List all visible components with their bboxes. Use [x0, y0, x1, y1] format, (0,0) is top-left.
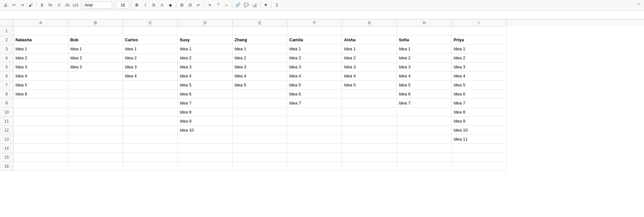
- cell-r15-cG[interactable]: [342, 153, 397, 162]
- cell-r8-cH[interactable]: Idea 6: [397, 90, 452, 99]
- cell-r13-cG[interactable]: [342, 135, 397, 144]
- cell-r2-cB[interactable]: Bob: [68, 35, 123, 44]
- cell-r12-cG[interactable]: [342, 126, 397, 135]
- cell-r16-cC[interactable]: [123, 162, 178, 171]
- cell-r14-cB[interactable]: [68, 144, 123, 153]
- cell-r1-cH[interactable]: [397, 26, 452, 35]
- cell-r5-cA[interactable]: Idea 3: [14, 63, 68, 72]
- cell-r8-cF[interactable]: Idea 6: [287, 90, 342, 99]
- strikethrough-button[interactable]: S: [150, 2, 157, 9]
- cell-r16-cH[interactable]: [397, 162, 452, 171]
- row-number-14[interactable]: 14: [0, 144, 14, 153]
- currency-button[interactable]: $: [38, 2, 45, 9]
- col-header-e[interactable]: E: [233, 19, 287, 26]
- cell-r10-cF[interactable]: [287, 108, 342, 117]
- redo-button[interactable]: ↪: [19, 2, 26, 9]
- cell-r5-cD[interactable]: Idea 3: [178, 63, 233, 72]
- cell-r5-cG[interactable]: Idea 3: [342, 63, 397, 72]
- decimal00-button[interactable]: .00: [63, 2, 71, 9]
- col-header-b[interactable]: B: [68, 19, 123, 26]
- cell-r14-cC[interactable]: [123, 144, 178, 153]
- cell-r7-cF[interactable]: Idea 5: [287, 81, 342, 90]
- cell-r13-cB[interactable]: [68, 135, 123, 144]
- cell-r1-cA[interactable]: [14, 26, 68, 35]
- cell-r12-cI[interactable]: Idea 10: [452, 126, 506, 135]
- cell-r14-cI[interactable]: [452, 144, 506, 153]
- cell-r3-cF[interactable]: Idea 1: [287, 44, 342, 54]
- cell-r15-cF[interactable]: [287, 153, 342, 162]
- fill-color-button[interactable]: ◆: [167, 2, 174, 9]
- cell-r7-cB[interactable]: [68, 81, 123, 90]
- row-number-6[interactable]: 6: [0, 72, 14, 81]
- cell-r3-cH[interactable]: Idea 1: [397, 44, 452, 54]
- cell-r13-cC[interactable]: [123, 135, 178, 144]
- row-number-1[interactable]: 1: [0, 26, 14, 35]
- cell-r9-cI[interactable]: Idea 7: [452, 99, 506, 108]
- cell-r4-cC[interactable]: Idea 2: [123, 54, 178, 63]
- comment-button[interactable]: 💬: [243, 2, 250, 9]
- cell-r9-cH[interactable]: Idea 7: [397, 99, 452, 108]
- cell-r13-cI[interactable]: Idea 11: [452, 135, 506, 144]
- cell-r2-cC[interactable]: Carlos: [123, 35, 178, 44]
- cell-r11-cC[interactable]: [123, 117, 178, 126]
- cell-r6-cD[interactable]: Idea 4: [178, 72, 233, 81]
- cell-r11-cI[interactable]: Idea 9: [452, 117, 506, 126]
- cell-r11-cD[interactable]: Idea 9: [178, 117, 233, 126]
- percent-button[interactable]: %: [47, 2, 54, 9]
- cell-r3-cA[interactable]: Idea 1: [14, 44, 68, 54]
- cell-r3-cI[interactable]: Idea 1: [452, 44, 506, 54]
- cell-r8-cB[interactable]: [68, 90, 123, 99]
- cell-r9-cC[interactable]: [123, 99, 178, 108]
- cell-r14-cF[interactable]: [287, 144, 342, 153]
- cell-r8-cA[interactable]: Idea 6: [14, 90, 68, 99]
- borders-button[interactable]: ⊞: [178, 2, 185, 9]
- cell-r6-cB[interactable]: [68, 72, 123, 81]
- cell-r9-cB[interactable]: [68, 99, 123, 108]
- cell-r15-cH[interactable]: [397, 153, 452, 162]
- cell-r5-cF[interactable]: Idea 3: [287, 63, 342, 72]
- align-more-button[interactable]: ↔: [223, 2, 230, 9]
- cell-r4-cG[interactable]: Idea 2: [342, 54, 397, 63]
- cell-r3-cB[interactable]: Idea 1: [68, 44, 123, 54]
- cell-r6-cE[interactable]: Idea 4: [233, 72, 287, 81]
- cell-r12-cA[interactable]: [14, 126, 68, 135]
- cell-r8-cC[interactable]: [123, 90, 178, 99]
- italic-button[interactable]: I: [142, 2, 149, 9]
- cell-r4-cD[interactable]: Idea 2: [178, 54, 233, 63]
- cell-r16-cI[interactable]: [452, 162, 506, 171]
- cell-r11-cG[interactable]: [342, 117, 397, 126]
- cell-r3-cE[interactable]: Idea 1: [233, 44, 287, 54]
- cell-r15-cD[interactable]: [178, 153, 233, 162]
- bold-button[interactable]: B: [133, 2, 140, 9]
- cell-r2-cH[interactable]: Sofia: [397, 35, 452, 44]
- cell-r6-cH[interactable]: Idea 4: [397, 72, 452, 81]
- function-button[interactable]: Σ: [274, 2, 281, 9]
- cell-r6-cI[interactable]: Idea 4: [452, 72, 506, 81]
- cell-r12-cB[interactable]: [68, 126, 123, 135]
- col-header-g[interactable]: G: [342, 19, 397, 26]
- cell-r16-cA[interactable]: [14, 162, 68, 171]
- cell-r1-cE[interactable]: [233, 26, 287, 35]
- cell-r9-cE[interactable]: [233, 99, 287, 108]
- cell-r12-cC[interactable]: [123, 126, 178, 135]
- cell-r5-cB[interactable]: Idea 3: [68, 63, 123, 72]
- cell-r4-cH[interactable]: Idea 2: [397, 54, 452, 63]
- row-number-16[interactable]: 16: [0, 162, 14, 171]
- row-number-4[interactable]: 4: [0, 54, 14, 63]
- cell-r11-cH[interactable]: [397, 117, 452, 126]
- col-header-h[interactable]: H: [397, 19, 452, 26]
- cell-r11-cE[interactable]: [233, 117, 287, 126]
- cell-r7-cA[interactable]: Idea 5: [14, 81, 68, 90]
- col-header-a[interactable]: A: [14, 19, 68, 26]
- cell-r10-cH[interactable]: [397, 108, 452, 117]
- row-number-9[interactable]: 9: [0, 99, 14, 108]
- cell-r16-cB[interactable]: [68, 162, 123, 171]
- cell-r16-cG[interactable]: [342, 162, 397, 171]
- cell-r7-cE[interactable]: Idea 5: [233, 81, 287, 90]
- text-color-button[interactable]: A: [159, 2, 166, 9]
- cell-r2-cF[interactable]: Camila: [287, 35, 342, 44]
- cell-r4-cI[interactable]: Idea 2: [452, 54, 506, 63]
- col-header-d[interactable]: D: [178, 19, 233, 26]
- cell-r7-cG[interactable]: Idea 5: [342, 81, 397, 90]
- cell-r1-cC[interactable]: [123, 26, 178, 35]
